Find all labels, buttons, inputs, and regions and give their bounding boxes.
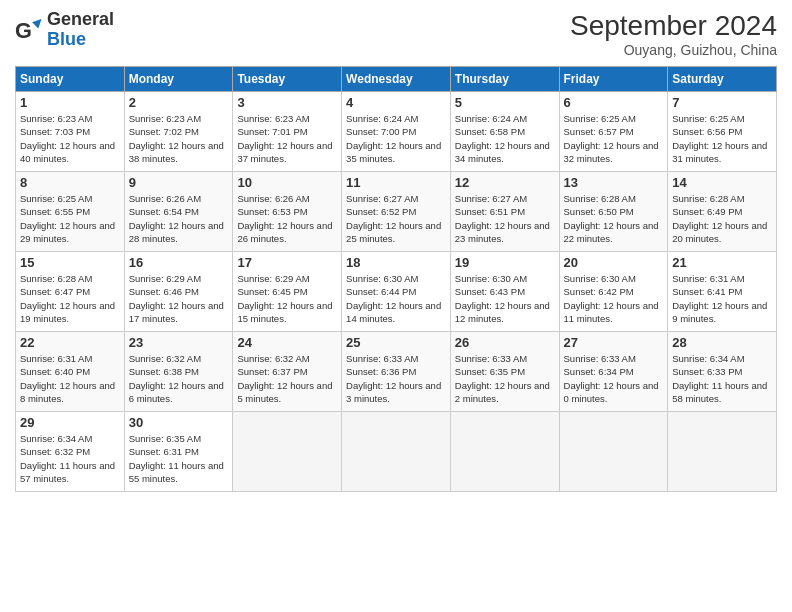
day-28: 28Sunrise: 6:34 AMSunset: 6:33 PMDayligh… bbox=[668, 332, 777, 412]
col-saturday: Saturday bbox=[668, 67, 777, 92]
day-18: 18Sunrise: 6:30 AMSunset: 6:44 PMDayligh… bbox=[342, 252, 451, 332]
day-1: 1Sunrise: 6:23 AMSunset: 7:03 PMDaylight… bbox=[16, 92, 125, 172]
logo: G General Blue bbox=[15, 10, 114, 50]
day-26: 26Sunrise: 6:33 AMSunset: 6:35 PMDayligh… bbox=[450, 332, 559, 412]
day-20: 20Sunrise: 6:30 AMSunset: 6:42 PMDayligh… bbox=[559, 252, 668, 332]
day-25: 25Sunrise: 6:33 AMSunset: 6:36 PMDayligh… bbox=[342, 332, 451, 412]
calendar-container: G General Blue September 2024 Ouyang, Gu… bbox=[0, 0, 792, 502]
empty-cell bbox=[559, 412, 668, 492]
day-3: 3Sunrise: 6:23 AMSunset: 7:01 PMDaylight… bbox=[233, 92, 342, 172]
empty-cell bbox=[233, 412, 342, 492]
col-tuesday: Tuesday bbox=[233, 67, 342, 92]
month-title: September 2024 bbox=[570, 10, 777, 42]
day-13: 13Sunrise: 6:28 AMSunset: 6:50 PMDayligh… bbox=[559, 172, 668, 252]
day-22: 22Sunrise: 6:31 AMSunset: 6:40 PMDayligh… bbox=[16, 332, 125, 412]
day-14: 14Sunrise: 6:28 AMSunset: 6:49 PMDayligh… bbox=[668, 172, 777, 252]
day-5: 5Sunrise: 6:24 AMSunset: 6:58 PMDaylight… bbox=[450, 92, 559, 172]
day-23: 23Sunrise: 6:32 AMSunset: 6:38 PMDayligh… bbox=[124, 332, 233, 412]
day-16: 16Sunrise: 6:29 AMSunset: 6:46 PMDayligh… bbox=[124, 252, 233, 332]
day-12: 12Sunrise: 6:27 AMSunset: 6:51 PMDayligh… bbox=[450, 172, 559, 252]
col-wednesday: Wednesday bbox=[342, 67, 451, 92]
empty-cell bbox=[450, 412, 559, 492]
title-section: September 2024 Ouyang, Guizhou, China bbox=[570, 10, 777, 58]
day-10: 10Sunrise: 6:26 AMSunset: 6:53 PMDayligh… bbox=[233, 172, 342, 252]
day-8: 8Sunrise: 6:25 AMSunset: 6:55 PMDaylight… bbox=[16, 172, 125, 252]
day-21: 21Sunrise: 6:31 AMSunset: 6:41 PMDayligh… bbox=[668, 252, 777, 332]
day-30: 30Sunrise: 6:35 AMSunset: 6:31 PMDayligh… bbox=[124, 412, 233, 492]
day-7: 7Sunrise: 6:25 AMSunset: 6:56 PMDaylight… bbox=[668, 92, 777, 172]
col-friday: Friday bbox=[559, 67, 668, 92]
logo-text: General Blue bbox=[47, 10, 114, 50]
day-2: 2Sunrise: 6:23 AMSunset: 7:02 PMDaylight… bbox=[124, 92, 233, 172]
day-15: 15Sunrise: 6:28 AMSunset: 6:47 PMDayligh… bbox=[16, 252, 125, 332]
day-6: 6Sunrise: 6:25 AMSunset: 6:57 PMDaylight… bbox=[559, 92, 668, 172]
day-4: 4Sunrise: 6:24 AMSunset: 7:00 PMDaylight… bbox=[342, 92, 451, 172]
col-thursday: Thursday bbox=[450, 67, 559, 92]
day-19: 19Sunrise: 6:30 AMSunset: 6:43 PMDayligh… bbox=[450, 252, 559, 332]
day-24: 24Sunrise: 6:32 AMSunset: 6:37 PMDayligh… bbox=[233, 332, 342, 412]
calendar-table: Sunday Monday Tuesday Wednesday Thursday… bbox=[15, 66, 777, 492]
location: Ouyang, Guizhou, China bbox=[570, 42, 777, 58]
day-27: 27Sunrise: 6:33 AMSunset: 6:34 PMDayligh… bbox=[559, 332, 668, 412]
empty-cell bbox=[668, 412, 777, 492]
calendar-header: G General Blue September 2024 Ouyang, Gu… bbox=[15, 10, 777, 58]
day-17: 17Sunrise: 6:29 AMSunset: 6:45 PMDayligh… bbox=[233, 252, 342, 332]
col-sunday: Sunday bbox=[16, 67, 125, 92]
day-11: 11Sunrise: 6:27 AMSunset: 6:52 PMDayligh… bbox=[342, 172, 451, 252]
header-row: Sunday Monday Tuesday Wednesday Thursday… bbox=[16, 67, 777, 92]
logo-icon: G bbox=[15, 16, 43, 44]
svg-text:G: G bbox=[15, 18, 32, 43]
day-29: 29Sunrise: 6:34 AMSunset: 6:32 PMDayligh… bbox=[16, 412, 125, 492]
col-monday: Monday bbox=[124, 67, 233, 92]
svg-marker-1 bbox=[32, 19, 41, 28]
empty-cell bbox=[342, 412, 451, 492]
day-9: 9Sunrise: 6:26 AMSunset: 6:54 PMDaylight… bbox=[124, 172, 233, 252]
